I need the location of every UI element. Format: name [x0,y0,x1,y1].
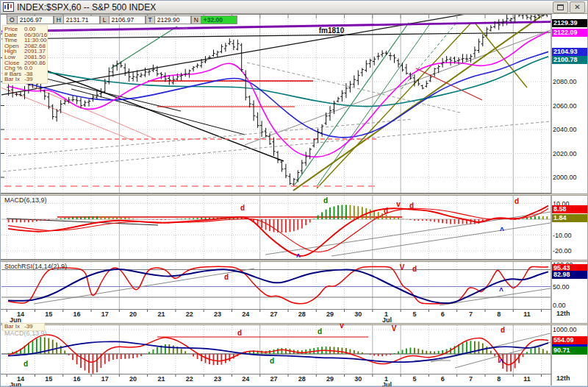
macd-panel-layer [1,196,551,259]
app-icon [3,2,14,12]
restore-button[interactable] [553,1,568,13]
axis2-day-24: 24 [242,375,249,383]
data-window-tooltip: Price0.00Date06/30/16Time11:30:00Open208… [2,25,48,84]
axis2-day-27: 27 [270,375,278,383]
close-icon: ✕ [574,4,580,11]
main-axis-label: 2040.00 [553,126,577,133]
restore-icon [557,4,564,10]
main-price-tag: 2104.93 [552,48,587,56]
axis2-day-16: 16 [74,375,81,383]
bottom-price-tag: 90.71 [552,347,587,355]
panel-splitter-1[interactable] [1,194,588,196]
axis2-day-7: 7 [469,375,473,383]
signal-letter-annotation: V [392,325,397,333]
axis1-day-16: 16 [74,310,81,318]
signal-letter-annotation: d [501,327,505,334]
signal-letter-annotation: d [24,361,28,368]
axis1-day-23: 23 [214,310,221,318]
panel-splitter-3[interactable] [1,323,588,325]
data-window-row: Bar Ix-39 [4,77,46,82]
axis1-day-14: 14 [17,310,24,318]
signal-letter-annotation: d [514,198,519,205]
signal-letter-annotation: ^ [499,288,503,295]
macd-axis-label: -10.00 [553,232,572,239]
close-button[interactable]: ✕ [570,1,585,13]
axis2-day-30: 30 [354,375,362,383]
macd-axis-label: -20.00 [553,247,572,255]
main-price-tag: 2122.09 [552,29,587,37]
signal-letter-annotation: d [240,205,245,212]
bottom-axis-label: 1000.00 [553,326,577,333]
signal-letter-annotation: d [237,330,242,337]
quote-field-value: 2129.90 [155,15,191,24]
signal-letter-annotation: d [270,358,274,365]
quote-field-value: 2131.71 [64,15,100,24]
stochrsi-axis-label: 50.00 [553,283,570,291]
main-axis-label: 2060.00 [553,102,577,110]
main-panel-layer [1,1,551,193]
title-bar[interactable]: INDEX:$SPX,60 -- S&P 500 INDEX ✕ [1,1,587,14]
axis1-day-1: 1 [384,310,388,318]
axis2-day-17: 17 [101,375,109,383]
axis1-day-7: 7 [469,310,473,318]
axis2-day-5: 5 [412,375,416,383]
bar-index-value: -39 [24,324,43,330]
bar-index-tooltip: Bar Ix -39 [2,323,45,331]
axis1-day-28: 28 [298,310,306,318]
signal-letter-annotation: V [400,264,405,271]
main-axis-label: 2080.00 [553,78,577,85]
quote-field-L: L2106.97 [100,15,146,24]
bottom-panel-layer [1,325,551,374]
axis2-day-11: 11 [523,375,531,383]
axis2-day-6: 6 [441,375,445,383]
axis1-day-30: 30 [354,310,362,318]
macd-price-tag: 1.84 [552,214,587,222]
axis1-day-27: 27 [270,310,278,318]
axis1-day-11: 11 [523,310,531,318]
axis1-day-22: 22 [186,310,193,318]
signal-letter-annotation: d [323,197,328,205]
axis2-day-21: 21 [157,375,165,383]
axis1-month-jul: Jul [382,316,392,324]
axis1-day-24: 24 [242,310,249,318]
main-axis-label: 2000.00 [553,174,577,181]
axis2-right-label: 12th [556,374,570,382]
signal-letter-annotation: d [412,266,417,273]
quote-field-N: N+32.00 [191,15,237,24]
signal-letter-annotation: ^ [296,254,301,261]
quote-field-value: +32.00 [201,15,237,24]
signal-letter-annotation: v [396,201,401,208]
axis1-day-15: 15 [45,310,52,318]
axis1-day-5: 5 [412,310,416,318]
main-price-tag: 2100.78 [552,56,587,64]
bottom-price-tag: 554.09 [552,336,587,344]
signal-letter-annotation: d [384,207,388,215]
macd-price-tag: 8.58 [552,205,587,213]
macd-panel-label: MACD(6,13,9) [4,196,47,204]
main-axis-label: 2020.00 [553,150,577,157]
axis1-day-29: 29 [326,310,334,318]
quote-field-value: 2106.97 [110,15,146,24]
stochrsi-panel-label: StochRSI(14,14(2),9) [4,263,67,270]
axis1-day-6: 6 [441,310,445,318]
window-title: INDEX:$SPX,60 -- S&P 500 INDEX [17,2,156,13]
axis1-day-21: 21 [157,310,165,318]
bottom-panel-label: MACD(6,13,9) [4,330,47,337]
stochrsi-axis-label: 0.00 [553,302,566,309]
axis2-day-23: 23 [214,375,221,383]
trendline-annotation: fm1810 [319,27,344,35]
quote-field-label: T [146,15,155,24]
stochrsi-price-tag: 82.98 [552,271,587,279]
quote-field-O: O2106.97 [7,15,54,24]
signal-letter-annotation: v [340,322,344,330]
signal-letter-annotation: d [409,202,414,210]
quote-field-value: 2106.97 [18,15,54,24]
quote-field-label: L [100,15,110,24]
panel-splitter-2[interactable] [1,260,588,262]
signal-letter-annotation: ^ [499,359,503,366]
axis2-day-14: 14 [17,375,24,383]
signal-letter-annotation: d [318,328,322,335]
axis2-day-22: 22 [186,375,193,383]
axis2-day-28: 28 [298,375,306,383]
quote-field-T: T2129.90 [146,15,191,24]
